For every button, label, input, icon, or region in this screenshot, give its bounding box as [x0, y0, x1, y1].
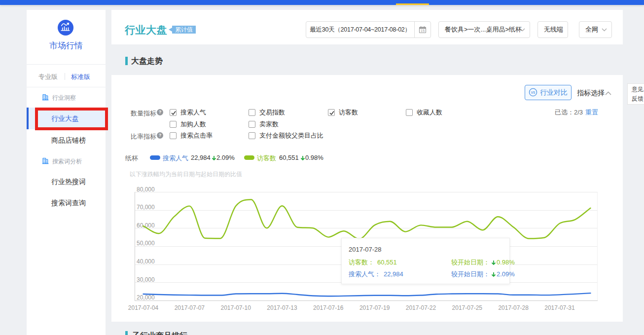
- checkbox-box[interactable]: [249, 109, 255, 116]
- svg-text:2017-07-22: 2017-07-22: [406, 304, 436, 311]
- checkbox-box[interactable]: [249, 121, 255, 128]
- checkbox-label: 加购人数: [180, 121, 206, 128]
- question-icon[interactable]: ?: [157, 109, 163, 115]
- legend-pill-search: [150, 155, 160, 160]
- reset-link[interactable]: 重置: [585, 108, 598, 117]
- legend-change-value: 2.09%: [216, 154, 235, 161]
- sidebar-item-2[interactable]: 商品店铺榜: [27, 129, 106, 151]
- chevron-down-icon: [520, 28, 525, 32]
- series-line-搜索人气[interactable]: [143, 293, 591, 296]
- question-icon[interactable]: ?: [157, 132, 163, 139]
- down-arrow-icon: [491, 272, 496, 277]
- down-arrow-icon: [491, 260, 496, 265]
- legend-category-label: 纸杯: [125, 154, 138, 163]
- tooltip-series-value: 22,984: [384, 270, 403, 278]
- buildings-icon: [42, 157, 49, 166]
- checkbox-label: 搜索点击率: [180, 132, 213, 139]
- svg-text:50,000: 50,000: [137, 240, 155, 247]
- line-chart-icon: [58, 20, 73, 36]
- category-dropdown[interactable]: 餐饮具>一次...桌用品>纸杯: [438, 21, 530, 38]
- scope-dropdown[interactable]: 全网: [579, 21, 612, 38]
- svg-text:2017-07-10: 2017-07-10: [220, 304, 251, 311]
- svg-text:2017-07-07: 2017-07-07: [175, 304, 205, 311]
- sidebar-group-label: 行业洞察: [52, 94, 76, 102]
- tooltip-row-search: 搜索人气：22,984 较开始日期：2.09%: [349, 270, 508, 279]
- legend-visitor-name[interactable]: 访客数: [257, 154, 276, 163]
- tooltip-series-name: 搜索人气：: [349, 270, 381, 278]
- svg-text:20,000: 20,000: [137, 294, 155, 301]
- checkbox-box[interactable]: [328, 109, 335, 116]
- section-title-trend: 大盘走势: [131, 56, 163, 67]
- svg-text:2017-07-31: 2017-07-31: [544, 304, 575, 311]
- svg-text:40,000: 40,000: [137, 258, 155, 265]
- date-range-picker[interactable]: 最近30天（2017-07-04~2017-08-02） 15: [306, 21, 431, 38]
- terminal-dropdown[interactable]: 无线端: [537, 21, 568, 38]
- tooltip-change-value: 0.98%: [497, 259, 515, 266]
- svg-text:2017-07-28: 2017-07-28: [498, 304, 529, 311]
- check-icon: [171, 110, 177, 116]
- scope-value: 全网: [585, 22, 598, 37]
- checkbox-label: 访客数: [339, 109, 358, 116]
- checkbox-box[interactable]: [170, 132, 177, 139]
- top-nav-active-underline: [396, 3, 429, 5]
- svg-text:2017-07-13: 2017-07-13: [267, 304, 297, 311]
- series-line-访客数[interactable]: [143, 200, 591, 239]
- tooltip-row-visitors: 访客数：60,551 较开始日期：0.98%: [349, 258, 508, 267]
- industry-compare-button[interactable]: vs 行业对比: [525, 85, 572, 100]
- tab-separator: [65, 73, 65, 80]
- tab-pro-version[interactable]: 专业版: [38, 73, 58, 81]
- checkbox-label: 支付金额较父类目占比: [259, 132, 323, 139]
- checkbox-label: 搜索人气: [180, 109, 206, 116]
- calendar-icon: 15: [419, 26, 427, 34]
- chart-tooltip: 2017-07-28 访客数：60,551 较开始日期：0.98% 搜索人气：2…: [341, 238, 510, 284]
- buildings-icon: [42, 94, 49, 101]
- checkbox-box[interactable]: [249, 132, 255, 139]
- tooltip-compare-label: 较开始日期：: [451, 270, 490, 278]
- page-title: 行业大盘: [125, 23, 167, 37]
- svg-text:2017-07-16: 2017-07-16: [313, 304, 344, 311]
- top-nav-bar: [0, 0, 644, 5]
- chevron-up-icon[interactable]: [605, 91, 611, 95]
- svg-text:2017-07-25: 2017-07-25: [452, 304, 483, 311]
- section-accent-bar: [125, 57, 128, 65]
- quantity-metrics-label: 数量指标: [131, 109, 156, 118]
- svg-text:70,000: 70,000: [137, 204, 155, 211]
- chevron-down-icon: [558, 28, 563, 32]
- svg-text:30,000: 30,000: [137, 276, 155, 283]
- tooltip-compare-label: 较开始日期：: [451, 259, 490, 266]
- compare-button-label: 行业对比: [540, 88, 568, 96]
- selected-count: 已选：2/3: [555, 108, 583, 117]
- sidebar: 市场行情 专业版 标准版 行业洞察行业大盘商品店铺榜 搜索词分析行业热搜词搜索词…: [27, 10, 106, 335]
- legend-search-change: 2.09%: [212, 154, 235, 161]
- legend-visitor-value: 60,551: [279, 154, 299, 161]
- svg-text:2017-07-04: 2017-07-04: [128, 304, 159, 311]
- sidebar-item-4[interactable]: 行业热搜词: [27, 171, 106, 192]
- down-arrow-icon: [300, 155, 305, 161]
- calendar-button[interactable]: 15: [415, 22, 430, 37]
- ratio-metrics-label: 比率指标: [131, 132, 156, 141]
- sidebar-item-5[interactable]: 搜索词查询: [27, 192, 106, 214]
- legend-change-value: 0.98%: [305, 154, 323, 161]
- svg-text:2017-07-19: 2017-07-19: [359, 304, 390, 311]
- tooltip-compare-group: 较开始日期：0.98%: [451, 258, 515, 267]
- date-range-value[interactable]: 最近30天（2017-07-04~2017-08-02）: [306, 22, 415, 37]
- buildings-icon: [42, 94, 49, 103]
- legend-search-value: 22,984: [191, 154, 211, 161]
- checkbox-box[interactable]: [406, 109, 413, 116]
- sidebar-divider: [27, 87, 106, 87]
- svg-text:80,000: 80,000: [137, 186, 155, 193]
- section-accent-bar: [125, 331, 128, 335]
- legend-search-name[interactable]: 搜索人气: [163, 154, 188, 163]
- product-name: 市场行情: [27, 40, 106, 51]
- feedback-tab[interactable]: 意见 反馈: [627, 83, 644, 105]
- tab-standard-version[interactable]: 标准版: [71, 73, 90, 81]
- checkbox-box[interactable]: [170, 109, 177, 116]
- metric-select-toggle[interactable]: 指标选择: [577, 89, 605, 98]
- checkbox-box[interactable]: [170, 121, 177, 128]
- down-arrow-icon: [212, 155, 216, 161]
- legend-visitor-change: 0.98%: [300, 154, 323, 161]
- check-icon: [329, 110, 335, 116]
- checkbox-label: 收藏人数: [417, 109, 442, 116]
- sidebar-group-3: 搜索词分析: [27, 155, 106, 166]
- cumulative-value-badge: 累计值: [172, 26, 196, 34]
